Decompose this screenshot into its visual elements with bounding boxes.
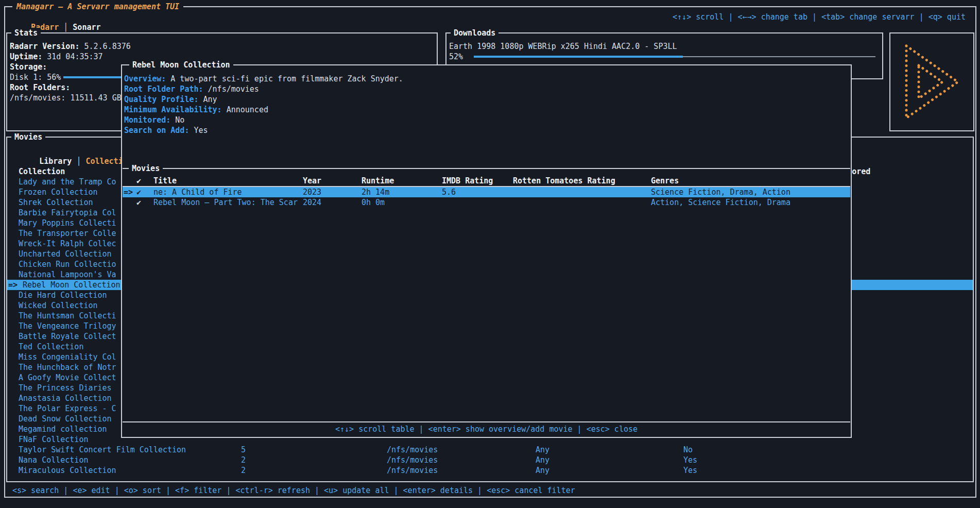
collection-row[interactable]: Miraculous Collection 2 /nfs/movies Any … bbox=[7, 465, 973, 476]
movies-panel-title: Movies bbox=[11, 132, 45, 142]
collection-name: Wreck-It Ralph Collec bbox=[19, 239, 116, 249]
movie-row[interactable]: ✔ Rebel Moon – Part Two: The Scar 2024 0… bbox=[123, 197, 850, 208]
download-progress-row: 52% bbox=[449, 52, 880, 62]
collection-movie-count: 5 bbox=[241, 445, 246, 455]
collection-row[interactable]: Nana Collection 2 /nfs/movies Any Yes bbox=[7, 455, 973, 465]
collection-movie-count: 2 bbox=[241, 465, 246, 476]
collection-name: Mary Poppins Collecti bbox=[19, 218, 116, 228]
detail-row: Monitored: No bbox=[124, 115, 849, 125]
collection-name: The Polar Express - C bbox=[19, 403, 116, 414]
disk-label: Disk 1: bbox=[10, 73, 42, 82]
collection-root-folder-path: /nfs/movies bbox=[387, 455, 438, 465]
collection-name: Frozen Collection bbox=[19, 187, 98, 197]
collection-name: National Lampoon's Va bbox=[19, 269, 116, 280]
root-folder-value: /nfs/movies: 11511.43 GB bbox=[10, 93, 122, 103]
movie-runtime: 2h 14m bbox=[362, 187, 389, 197]
tab-separator: │ bbox=[63, 23, 68, 32]
footer-keybinds-hint: <s> search | <e> edit | <o> sort | <f> f… bbox=[12, 485, 575, 496]
storage-label: Storage: bbox=[10, 62, 47, 72]
detail-label: Search on Add: bbox=[124, 126, 189, 135]
movie-runtime: 0h 0m bbox=[362, 197, 385, 208]
collection-name: A Goofy Movie Collect bbox=[19, 372, 116, 383]
check-icon: ✔ bbox=[136, 187, 141, 197]
managarr-play-logo-icon bbox=[898, 38, 966, 126]
tab-separator: │ bbox=[76, 157, 81, 166]
download-item-title: Earth 1998 1080p WEBRip x265 Hindi AAC2.… bbox=[449, 42, 677, 51]
detail-value: Any bbox=[203, 95, 217, 104]
collection-name: Uncharted Collection bbox=[19, 249, 112, 259]
uptime-label: Uptime: bbox=[10, 52, 42, 61]
servarr-tabs: Radarr│Sonarr bbox=[12, 12, 101, 43]
movie-genres: Action, Science Fiction, Drama bbox=[651, 197, 790, 208]
collection-root-folder-path: /nfs/movies bbox=[387, 465, 438, 476]
imdb-rating-column-header: IMDB Rating bbox=[442, 176, 493, 186]
modal-title: Rebel Moon Collection bbox=[129, 60, 233, 70]
collection-name: Lady and the Tramp Co bbox=[19, 177, 116, 187]
collection-row[interactable]: Taylor Swift Concert Film Collection 5 /… bbox=[7, 445, 973, 455]
collection-movie-count: 2 bbox=[241, 455, 246, 465]
detail-label: Minimum Availability: bbox=[124, 105, 222, 114]
detail-row: Search on Add: Yes bbox=[124, 125, 849, 136]
movie-year: 2024 bbox=[303, 197, 321, 208]
modal-movies-table: Movies ✔ Title Year Runtime IMDB Rating … bbox=[123, 168, 850, 422]
collection-monitored-value: No bbox=[683, 445, 693, 455]
movie-row[interactable]: => ✔ ne: A Child of Fire 2023 2h 14m 5.6… bbox=[123, 187, 850, 197]
runtime-column-header: Runtime bbox=[362, 176, 394, 186]
modal-movies-table-title: Movies bbox=[129, 163, 163, 174]
collection-name: Battle Royale Collect bbox=[19, 331, 116, 342]
modal-keybinds-hint: <↑↓> scroll table | <enter> show overvie… bbox=[122, 424, 851, 434]
app-title: Managarr — A Servarr management TUI bbox=[12, 2, 183, 12]
download-progress-gauge-fill bbox=[474, 56, 683, 58]
detail-value: Announced bbox=[227, 105, 268, 114]
selection-arrow-icon: => bbox=[8, 280, 18, 290]
downloads-panel-title: Downloads bbox=[451, 28, 498, 38]
collection-details-modal: Rebel Moon Collection Overview: A two-pa… bbox=[121, 64, 852, 438]
collection-name: Miraculous Collection bbox=[19, 465, 116, 476]
rotten-tomatoes-column-header: Rotten Tomatoes Rating bbox=[513, 176, 615, 186]
download-progress-gauge bbox=[474, 56, 875, 57]
collection-name: Anastasia Collection bbox=[19, 393, 112, 403]
collection-root-folder-path: /nfs/movies bbox=[387, 445, 438, 455]
tab-sonarr[interactable]: Sonarr bbox=[73, 23, 100, 32]
detail-row: Minimum Availability: Announced bbox=[124, 105, 849, 115]
movies-table-header: ✔ Title Year Runtime IMDB Rating Rotten … bbox=[123, 176, 850, 187]
collection-details: Overview: A two-part sci-fi epic from fi… bbox=[124, 74, 849, 136]
collection-name: Megamind collection bbox=[19, 424, 107, 434]
collection-name: Nana Collection bbox=[19, 455, 88, 465]
tab-library[interactable]: Library bbox=[39, 157, 72, 166]
detail-label: Monitored: bbox=[124, 115, 170, 125]
collection-name: The Hunchback of Notr bbox=[19, 362, 116, 372]
collection-name: Chicken Run Collectio bbox=[19, 259, 116, 269]
collection-name: Taylor Swift Concert Film Collection bbox=[19, 445, 186, 455]
download-percent: 52% bbox=[449, 52, 463, 61]
collection-name: Barbie Fairytopia Col bbox=[19, 208, 116, 218]
detail-value: A two-part sci-fi epic from filmmaker Za… bbox=[170, 74, 403, 83]
detail-value: Yes bbox=[194, 126, 208, 135]
detail-value: No bbox=[175, 115, 184, 125]
managarr-screen: Managarr — A Servarr management TUI Rada… bbox=[0, 0, 980, 508]
movies-table-rows: => ✔ ne: A Child of Fire 2023 2h 14m 5.6… bbox=[123, 187, 850, 208]
title-column-header: Title bbox=[153, 176, 177, 186]
stats-panel-title: Stats bbox=[11, 28, 41, 38]
root-folders-label: Root Folders: bbox=[10, 83, 70, 92]
collection-name: Ted Collection bbox=[19, 342, 83, 352]
version-label: Radarr Version: bbox=[10, 42, 79, 51]
collection-quality-profile: Any bbox=[536, 465, 549, 476]
collection-name: Miss Congeniality Col bbox=[19, 352, 116, 362]
check-icon: ✔ bbox=[136, 197, 141, 208]
collection-name: The Huntsman Collecti bbox=[19, 311, 116, 321]
collection-name: Rebel Moon Collection bbox=[23, 280, 121, 290]
collection-name: Die Hard Collection bbox=[19, 290, 107, 300]
movie-title: ne: A Child of Fire bbox=[153, 187, 242, 197]
collection-name: Wicked Collection bbox=[19, 300, 98, 311]
stats-version-row: Radarr Version: 5.2.6.8376 bbox=[10, 41, 434, 52]
download-item-row[interactable]: Earth 1998 1080p WEBRip x265 Hindi AAC2.… bbox=[449, 41, 880, 52]
collection-name: FNaF Collection bbox=[19, 434, 88, 445]
year-column-header: Year bbox=[303, 176, 321, 186]
detail-row: Root Folder Path: /nfs/movies bbox=[124, 84, 849, 94]
detail-label: Quality Profile: bbox=[124, 95, 199, 104]
collection-name: The Transporter Colle bbox=[19, 228, 116, 239]
disk-percent: 56% bbox=[47, 73, 61, 82]
version-value: 5.2.6.8376 bbox=[84, 42, 131, 51]
selection-arrow-icon: => bbox=[124, 187, 133, 197]
